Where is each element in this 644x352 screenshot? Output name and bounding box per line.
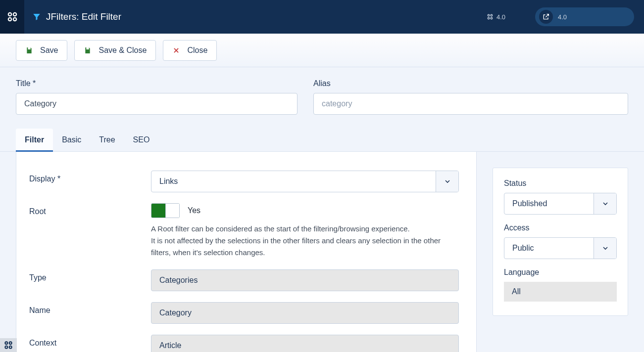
toggle-knob — [165, 204, 179, 218]
version-badge-left: 4.0 — [482, 13, 535, 21]
sidebar-card: Status Published Access Public — [493, 168, 628, 316]
display-select[interactable]: Links — [151, 171, 459, 192]
display-value: Links — [151, 177, 436, 186]
type-label: Type — [29, 269, 151, 282]
language-label: Language — [504, 268, 617, 277]
svg-point-7 — [491, 17, 493, 19]
version-badge-right[interactable]: 4.0 — [535, 7, 634, 26]
tab-seo[interactable]: SEO — [124, 129, 159, 151]
svg-point-0 — [8, 13, 11, 16]
status-select[interactable]: Published — [504, 193, 617, 215]
svg-point-2 — [8, 18, 11, 21]
app-header: JFilters: Edit Filter 4.0 4.0 — [0, 0, 644, 34]
alias-label: Alias — [313, 79, 628, 88]
chevron-down-icon — [436, 171, 458, 192]
save-icon — [84, 46, 92, 54]
title-label: Title * — [16, 79, 297, 88]
chevron-down-icon — [594, 193, 616, 214]
close-button-label: Close — [187, 46, 207, 55]
filter-panel: Display * Links Root Yes A R — [16, 152, 477, 352]
status-value: Published — [504, 199, 594, 208]
context-label: Context — [29, 335, 151, 348]
tab-basic[interactable]: Basic — [53, 129, 90, 151]
name-label: Name — [29, 302, 151, 315]
access-label: Access — [504, 223, 617, 232]
save-button[interactable]: Save — [16, 40, 67, 61]
close-button[interactable]: Close — [163, 40, 217, 61]
save-icon — [25, 46, 33, 54]
close-icon — [172, 46, 180, 54]
svg-point-6 — [488, 17, 490, 19]
access-value: Public — [504, 244, 594, 253]
root-toggle[interactable] — [151, 203, 180, 218]
tab-filter[interactable]: Filter — [16, 129, 53, 151]
version-text-right: 4.0 — [558, 13, 567, 21]
joomla-corner-icon[interactable] — [0, 338, 17, 352]
status-label: Status — [504, 179, 617, 188]
svg-point-1 — [13, 13, 16, 16]
svg-point-5 — [491, 14, 493, 16]
type-value: Categories — [151, 269, 459, 291]
svg-point-4 — [488, 14, 490, 16]
page-title: JFilters: Edit Filter — [46, 11, 121, 22]
name-value: Category — [151, 302, 459, 324]
version-text-left: 4.0 — [496, 13, 505, 21]
toolbar: Save Save & Close Close — [0, 34, 644, 67]
main-content: Display * Links Root Yes A R — [0, 152, 644, 352]
svg-point-8 — [5, 342, 7, 344]
save-close-button-label: Save & Close — [99, 46, 147, 55]
access-select[interactable]: Public — [504, 237, 617, 259]
tab-tree[interactable]: Tree — [90, 129, 124, 151]
root-label: Root — [29, 203, 151, 216]
alias-input[interactable] — [313, 93, 628, 115]
external-link-icon — [539, 10, 553, 24]
svg-point-10 — [5, 346, 7, 349]
language-value: All — [504, 282, 617, 302]
tabs: Filter Basic Tree SEO — [0, 129, 644, 152]
svg-point-9 — [9, 342, 12, 344]
context-value: Article — [151, 335, 459, 352]
title-input[interactable] — [16, 93, 297, 115]
title-alias-row: Title * Alias — [0, 67, 644, 129]
root-help-1: A Root filter can be considered as the s… — [151, 223, 459, 235]
save-close-button[interactable]: Save & Close — [74, 40, 156, 61]
save-button-label: Save — [40, 46, 58, 55]
svg-point-11 — [9, 346, 12, 349]
root-toggle-label: Yes — [188, 206, 200, 215]
display-label: Display * — [29, 171, 151, 183]
joomla-logo-icon[interactable] — [0, 0, 24, 34]
filter-icon — [32, 12, 41, 21]
chevron-down-icon — [594, 238, 616, 259]
svg-point-3 — [13, 18, 16, 21]
root-help-2: It is not affected by the selections in … — [151, 235, 459, 259]
